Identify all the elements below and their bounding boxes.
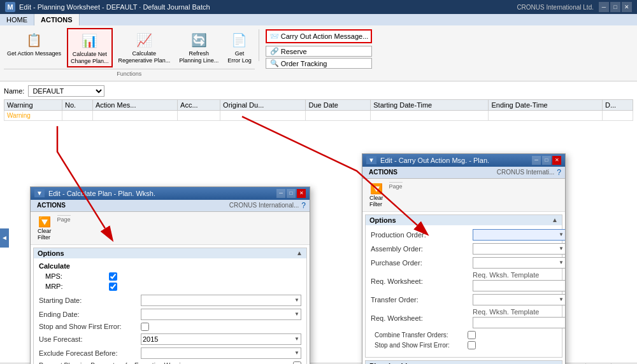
carry-out-options-label: Options (369, 216, 396, 224)
mps-label: MPS: (45, 272, 109, 280)
title-bar: M Edit - Planning Worksheet - DEFAULT · … (0, 0, 637, 14)
calculate-net-label: Calculate NetChange Plan... (71, 51, 109, 65)
left-nav-arrow[interactable]: ◄ (0, 228, 9, 248)
calc-plan-actions-tab[interactable]: ACTIONS (34, 201, 68, 209)
col-orig-due: Original Du... (220, 99, 306, 110)
purchase-order-input[interactable] (473, 257, 565, 269)
carry-out-page-label: Page (389, 182, 403, 190)
carry-out-options-header[interactable]: Options ▲ (366, 215, 562, 225)
company-name: CRONUS International Ltd. (517, 4, 594, 11)
carry-out-title-icon: ▼ (366, 156, 376, 164)
calc-plan-title-bar: ▼ Edit - Calculate Plan - Plan. Wksh. ─ … (31, 187, 310, 200)
respect-planning-checkbox[interactable] (293, 361, 301, 364)
calc-options-header[interactable]: Options ▲ (34, 248, 306, 258)
calculate-net-icon: 📊 (80, 31, 100, 51)
transfer-order-input[interactable] (473, 294, 565, 305)
carry-out-actions-tab[interactable]: ACTIONS (366, 168, 400, 176)
col-d: D... (602, 99, 633, 110)
col-warning: Warning (4, 99, 62, 110)
carry-out-clear-filter[interactable]: 🔽 ClearFilter (366, 181, 387, 209)
name-select[interactable]: DEFAULT (28, 85, 104, 97)
calc-plan-title-icon: ▼ (34, 189, 45, 197)
combine-transfer-checkbox[interactable] (468, 331, 476, 339)
calc-plan-help[interactable]: ? (301, 201, 306, 210)
cell-warning: Warning (4, 110, 62, 120)
carry-out-clear-label: ClearFilter (369, 195, 383, 207)
transfer-order-label: Transfer Order: (371, 296, 473, 304)
stop-first-error2-label: Stop and Show First Error: (375, 342, 464, 349)
error-log-label: GetError Log (227, 50, 252, 64)
starting-date-label: Starting Date: (39, 297, 141, 304)
starting-date-input[interactable] (141, 295, 301, 306)
calculate-net-change-button[interactable]: 📊 Calculate NetChange Plan... (67, 28, 113, 67)
planning-line-section: Planning Line ▲ Sorting: Worksheet Templ… (365, 360, 562, 364)
get-action-messages-button[interactable]: 📋 Get Action Messages (4, 28, 64, 67)
req-wksh-template-input[interactable] (473, 280, 565, 291)
calc-options-label: Options (38, 249, 64, 257)
get-error-log-button[interactable]: 📄 GetError Log (224, 28, 255, 67)
req-worksheet-label: Req. Worksheet: (371, 277, 473, 285)
carry-out-maximize[interactable]: □ (542, 156, 551, 165)
col-acc: Acc... (178, 99, 220, 110)
col-action-mes: Action Mes... (92, 99, 177, 110)
tab-actions[interactable]: ACTIONS (34, 14, 80, 25)
functions-group-label: Functions (4, 69, 255, 78)
calc-plan-maximize[interactable]: □ (287, 189, 296, 198)
use-forecast-select[interactable]: 2015 (141, 333, 301, 345)
ribbon-tabs: HOME ACTIONS (0, 14, 637, 25)
carry-out-close[interactable]: ✕ (552, 156, 561, 165)
req-worksheet2-label: Req. Worksheet: (371, 314, 473, 322)
carry-out-title-bar: ▼ Edit - Carry Out Action Msg. - Plan. ─… (362, 154, 565, 167)
order-tracking-icon: 🔍 (270, 59, 279, 67)
mrp-checkbox[interactable] (109, 283, 117, 291)
production-order-label: Production Order: (371, 231, 473, 239)
tab-home[interactable]: HOME (0, 14, 34, 25)
minimize-button[interactable]: ─ (599, 2, 609, 12)
calc-options-body: Calculate MPS: MRP: Starting Date: ▼ (34, 258, 306, 364)
carry-out-minimize[interactable]: ─ (532, 156, 541, 165)
carry-out-toolbar: 🔽 ClearFilter Page (362, 179, 565, 212)
maximize-button[interactable]: □ (610, 2, 620, 12)
carry-out-options-toggle: ▲ (552, 216, 558, 223)
calc-plan-close[interactable]: ✕ (297, 189, 306, 198)
reserve-button[interactable]: 🔗 Reserve (266, 46, 373, 57)
calculate-regen-label: CalculateRegenerative Plan... (118, 50, 171, 64)
carry-out-options-section: Options ▲ Production Order: ▼ Assembly (365, 214, 562, 358)
ending-date-input[interactable] (141, 309, 301, 320)
assembly-order-input[interactable] (473, 243, 565, 255)
window-title: Edit - Planning Worksheet - DEFAULT · De… (19, 3, 210, 11)
mps-checkbox[interactable] (109, 272, 117, 281)
reserve-icon: 🔗 (270, 47, 279, 55)
name-label: Name: (4, 87, 24, 95)
carry-out-options-body: Production Order: ▼ Assembly Order: ▼ (366, 225, 562, 357)
get-action-icon: 📋 (24, 30, 45, 50)
carry-out-button[interactable]: 📨 Carry Out Action Message... (266, 29, 373, 43)
exclude-forecast-input[interactable] (141, 347, 301, 359)
col-due-date: Due Date (306, 99, 371, 110)
close-window-button[interactable]: ✕ (622, 2, 632, 12)
stop-first-error2-checkbox[interactable] (468, 341, 476, 349)
order-tracking-button[interactable]: 🔍 Order Tracking (266, 58, 373, 69)
calc-plan-company: CRONUS International... (229, 202, 299, 209)
carry-out-dialog: ▼ Edit - Carry Out Action Msg. - Plan. ─… (362, 153, 566, 364)
combine-transfer-label: Combine Transfer Orders: (375, 332, 464, 339)
req-wksh-template2-input[interactable] (473, 317, 565, 328)
planning-line-header[interactable]: Planning Line ▲ (366, 361, 562, 364)
stop-first-error-checkbox[interactable] (141, 323, 149, 331)
calc-options-section: Options ▲ Calculate MPS: MRP: Starting D… (33, 248, 307, 364)
calc-plan-clear-filter[interactable]: 🔽 ClearFilter (34, 214, 55, 242)
calc-plan-minimize[interactable]: ─ (276, 189, 285, 198)
calc-plan-toolbar: 🔽 ClearFilter Page (31, 212, 310, 245)
calculate-regen-button[interactable]: 📈 CalculateRegenerative Plan... (115, 28, 174, 67)
carry-out-label: Carry Out Action Message... (281, 32, 369, 40)
assembly-order-label: Assembly Order: (371, 245, 473, 253)
clear-filter-label: ClearFilter (38, 228, 52, 241)
calculate-label: Calculate (39, 262, 301, 270)
respect-planning-label: Respect Planning Parameters for Exceptio… (39, 362, 293, 364)
production-order-input[interactable] (473, 229, 565, 241)
exclude-forecast-label: Exclude Forecast Before: (39, 349, 141, 357)
carry-out-help[interactable]: ? (557, 168, 561, 177)
calc-plan-ribbon: ACTIONS CRONUS International... ? (31, 200, 310, 212)
refresh-planning-button[interactable]: 🔄 RefreshPlanning Line... (176, 28, 222, 67)
col-ending: Ending Date-Time (489, 99, 602, 110)
